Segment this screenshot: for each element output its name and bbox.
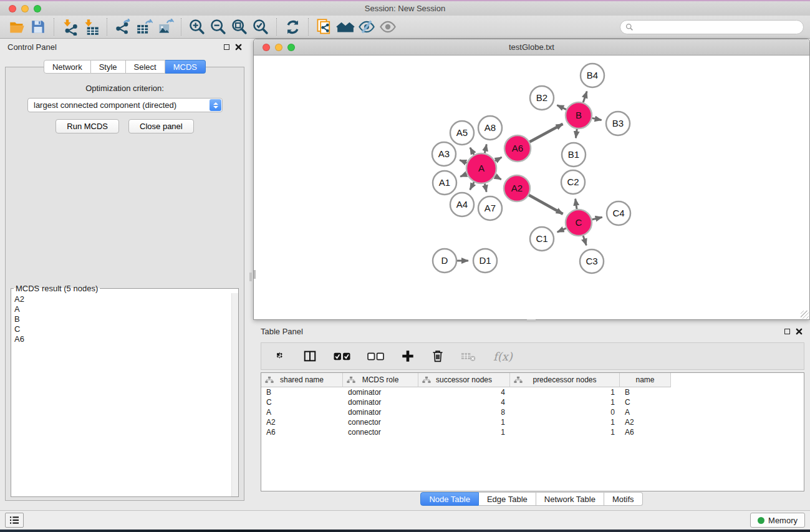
- table-cell[interactable]: 1: [510, 428, 620, 437]
- mcds-result-item[interactable]: A2: [14, 294, 235, 304]
- graph-node-B2[interactable]: B2: [530, 86, 554, 110]
- network-close-button[interactable]: [263, 44, 270, 51]
- mcds-result-item[interactable]: A6: [14, 334, 235, 344]
- graph-edge-C-C4[interactable]: [592, 217, 602, 220]
- table-cell[interactable]: A: [620, 408, 671, 417]
- table-cell[interactable]: 1: [418, 428, 510, 437]
- network-zoom-button[interactable]: [287, 44, 295, 51]
- show-column-icon[interactable]: [303, 349, 317, 363]
- zoom-selected-button[interactable]: [250, 17, 271, 36]
- table-cell[interactable]: connector: [343, 428, 418, 437]
- delete-table-icon[interactable]: [461, 351, 476, 362]
- open-session-button[interactable]: [6, 17, 27, 36]
- export-network-button[interactable]: [112, 17, 133, 36]
- tab-network-table[interactable]: Network Table: [536, 492, 604, 506]
- graph-edge-A-A8[interactable]: [485, 144, 486, 153]
- zoom-fit-button[interactable]: [229, 17, 250, 36]
- search-input[interactable]: [637, 22, 798, 31]
- table-row[interactable]: Cdominator41C: [261, 397, 804, 407]
- table-cell[interactable]: A6: [261, 428, 343, 437]
- graph-edge-A-A3[interactable]: [460, 160, 467, 163]
- table-cell[interactable]: connector: [343, 418, 418, 427]
- close-window-button[interactable]: [9, 5, 16, 12]
- graph-node-D[interactable]: D: [433, 249, 456, 273]
- graph-node-B[interactable]: B: [566, 102, 592, 128]
- graph-node-C2[interactable]: C2: [561, 170, 585, 194]
- graph-edge-C-C3[interactable]: [583, 236, 586, 246]
- hide-selected-button[interactable]: [356, 17, 377, 36]
- graph-edge-C-C2[interactable]: [576, 199, 577, 210]
- table-cell[interactable]: 1: [510, 398, 620, 407]
- graph-edge-A-A7[interactable]: [485, 183, 486, 191]
- table-cell[interactable]: A6: [620, 428, 671, 437]
- table-row[interactable]: Adominator80A: [261, 407, 804, 417]
- apply-layout-button[interactable]: [282, 17, 303, 36]
- graph-edge-C-C1[interactable]: [557, 228, 566, 232]
- network-minimize-button[interactable]: [275, 44, 282, 51]
- minimize-window-button[interactable]: [21, 5, 29, 12]
- graph-edge-A2-C[interactable]: [529, 195, 562, 214]
- memory-button[interactable]: Memory: [750, 513, 805, 528]
- table-cell[interactable]: 1: [418, 418, 510, 427]
- close-panel-button[interactable]: Close panel: [128, 119, 194, 133]
- zoom-in-button[interactable]: [186, 17, 208, 36]
- table-cell[interactable]: A2: [620, 418, 671, 427]
- result-list-scrollbar[interactable]: [231, 293, 238, 496]
- tab-select[interactable]: Select: [126, 60, 165, 74]
- zoom-out-button[interactable]: [208, 17, 229, 36]
- graph-node-A7[interactable]: A7: [478, 196, 502, 220]
- graph-node-A8[interactable]: A8: [478, 116, 502, 140]
- reset-network-views-button[interactable]: [335, 17, 356, 36]
- network-window-titlebar[interactable]: testGlobe.txt: [254, 39, 809, 56]
- new-network-from-selection-button[interactable]: [314, 17, 335, 36]
- graph-node-A4[interactable]: A4: [450, 193, 474, 216]
- column-header-predecessor-nodes[interactable]: predecessor nodes: [510, 373, 620, 387]
- table-cell[interactable]: B: [620, 388, 671, 397]
- table-row[interactable]: A6connector11A6: [261, 427, 804, 437]
- graph-edge-A-A4[interactable]: [470, 182, 475, 190]
- network-canvas[interactable]: B4B2BB3A5A8A6A3B1AA1C2A2A4A7C4CC1C3DD1: [254, 56, 809, 319]
- column-header-successor-nodes[interactable]: successor nodes: [418, 373, 510, 387]
- horizontal-splitter-handle[interactable]: [527, 319, 536, 322]
- optimization-criterion-dropdown[interactable]: largest connected component (directed): [27, 98, 223, 112]
- function-builder-icon[interactable]: f(x): [493, 350, 513, 363]
- table-row[interactable]: Bdominator41B: [261, 387, 804, 397]
- search-field[interactable]: [620, 20, 804, 34]
- task-history-button[interactable]: [5, 513, 24, 528]
- graph-edge-B-B1[interactable]: [576, 129, 577, 138]
- graph-node-C3[interactable]: C3: [580, 249, 604, 273]
- mcds-result-item[interactable]: A: [14, 304, 235, 314]
- graph-node-A1[interactable]: A1: [433, 171, 456, 195]
- mcds-result-item[interactable]: C: [14, 324, 235, 334]
- graph-edge-B-B3[interactable]: [592, 118, 602, 120]
- table-cell[interactable]: B: [261, 388, 343, 397]
- graph-edge-A-A1[interactable]: [460, 174, 467, 177]
- table-cell[interactable]: dominator: [343, 408, 418, 417]
- table-cell[interactable]: C: [620, 398, 671, 407]
- table-settings-gear-icon[interactable]: [272, 349, 286, 363]
- run-mcds-button[interactable]: Run MCDS: [55, 119, 119, 133]
- zoom-window-button[interactable]: [34, 5, 41, 12]
- table-cell[interactable]: 1: [510, 418, 620, 427]
- column-header-shared-name[interactable]: shared name: [261, 373, 343, 387]
- table-cell[interactable]: A: [261, 408, 343, 417]
- table-cell[interactable]: 0: [510, 408, 620, 417]
- tab-edge-table[interactable]: Edge Table: [479, 492, 536, 506]
- graph-node-A3[interactable]: A3: [432, 142, 456, 166]
- table-cell[interactable]: 1: [510, 388, 620, 397]
- close-panel-icon[interactable]: [235, 44, 242, 51]
- graph-node-B3[interactable]: B3: [606, 112, 630, 135]
- mcds-result-item[interactable]: B: [14, 314, 235, 324]
- close-table-panel-icon[interactable]: [796, 328, 803, 335]
- show-all-button[interactable]: [377, 17, 398, 36]
- tab-node-table[interactable]: Node Table: [420, 492, 479, 506]
- tab-mcds[interactable]: MCDS: [165, 60, 206, 74]
- graph-node-A6[interactable]: A6: [504, 135, 531, 162]
- graph-node-A2[interactable]: A2: [504, 175, 530, 201]
- graph-node-C4[interactable]: C4: [607, 201, 630, 225]
- network-resize-grip[interactable]: [801, 311, 809, 319]
- graph-edge-B-B4[interactable]: [583, 92, 587, 103]
- graph-node-A5[interactable]: A5: [450, 121, 474, 145]
- tab-style[interactable]: Style: [91, 60, 126, 74]
- table-cell[interactable]: 4: [418, 398, 510, 407]
